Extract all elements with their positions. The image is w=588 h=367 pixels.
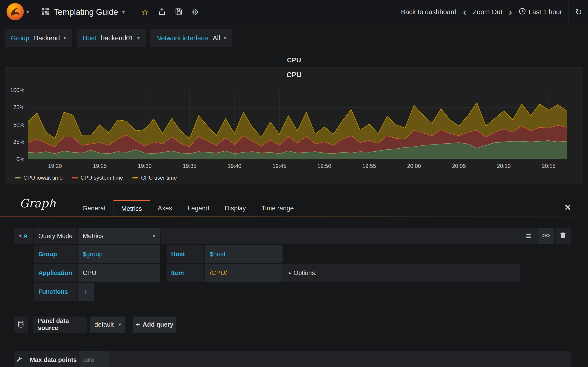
- editor-tabs: General Metrics Axes Legend Display Time…: [75, 200, 302, 217]
- share-icon[interactable]: [158, 8, 166, 17]
- tabbar-accent-line: [0, 217, 588, 217]
- item-field[interactable]: /CPU/: [205, 264, 283, 282]
- close-editor-icon[interactable]: ×: [565, 202, 571, 212]
- variable-host-dropdown[interactable]: Host: backend01 ▾: [77, 29, 146, 47]
- panel-header-title[interactable]: CPU: [0, 56, 588, 64]
- datasource-row: Panel data source default ▾ + Add query: [14, 317, 176, 333]
- star-icon[interactable]: ☆: [141, 8, 149, 17]
- variable-value: All: [213, 34, 220, 42]
- add-function-button[interactable]: +: [78, 283, 94, 301]
- refresh-icon[interactable]: ↻: [575, 7, 582, 17]
- caret-down-icon: ▾: [137, 35, 140, 41]
- nav-divider: [569, 0, 569, 24]
- options-toggle[interactable]: ▸ Options:: [283, 264, 519, 282]
- logo-caret-icon: ▾: [26, 10, 29, 15]
- query-mode-dropdown[interactable]: Metrics ▾: [78, 228, 160, 244]
- query-delete-button[interactable]: [555, 228, 571, 244]
- plus-icon: +: [136, 321, 140, 328]
- query-editor: ▾ A Query Mode Metrics ▾ ≡: [14, 228, 571, 301]
- tab-metrics[interactable]: Metrics: [113, 200, 150, 217]
- variable-group-dropdown[interactable]: Group: Backend ▾: [5, 29, 72, 47]
- time-range-label: Last 1 hour: [529, 8, 562, 16]
- trash-icon: [560, 232, 566, 240]
- functions-label: Functions: [34, 283, 78, 301]
- query-row-filler: [161, 228, 519, 244]
- gear-icon[interactable]: ⚙: [191, 8, 199, 16]
- svg-text:100%: 100%: [10, 87, 24, 93]
- query-menu-button[interactable]: ≡: [520, 228, 537, 244]
- caret-down-icon: ▾: [64, 35, 66, 41]
- max-data-points-row: Max data points: [14, 351, 571, 367]
- datasource-icon-cell: [14, 317, 28, 333]
- query-application-item-row: Application CPU Item /CPU/ ▸ Options:: [34, 264, 571, 282]
- dashboard-grid-icon: [42, 8, 50, 17]
- tab-display[interactable]: Display: [217, 200, 254, 217]
- time-picker-button[interactable]: Last 1 hour: [519, 8, 562, 17]
- nav-actions: ☆ ⚙: [132, 8, 208, 17]
- svg-text:19:40: 19:40: [228, 163, 242, 169]
- svg-text:0%: 0%: [16, 156, 24, 162]
- legend-label: CPU user time: [141, 175, 177, 181]
- options-caret-icon: ▸: [289, 270, 291, 276]
- svg-text:20:10: 20:10: [497, 163, 510, 169]
- host-label: Host: [166, 245, 204, 263]
- nav-right: Back to dashboard ‹ Zoom Out › Last 1 ho…: [401, 0, 588, 24]
- options-label: Options:: [294, 269, 317, 277]
- chevron-left-icon[interactable]: ‹: [463, 8, 466, 16]
- tab-legend[interactable]: Legend: [180, 200, 217, 217]
- svg-text:20:15: 20:15: [542, 163, 556, 169]
- svg-text:19:35: 19:35: [183, 163, 196, 169]
- query-functions-row: Functions +: [34, 283, 571, 301]
- legend-swatch: [15, 177, 21, 178]
- svg-text:19:45: 19:45: [272, 163, 286, 169]
- query-toggle-visibility-button[interactable]: [537, 228, 554, 244]
- query-mode-value: Metrics: [83, 232, 103, 240]
- max-data-points-input[interactable]: [78, 351, 109, 367]
- cpu-graph-plot[interactable]: 0%25%50%75%100%19:2019:2519:3019:3519:40…: [5, 81, 583, 175]
- application-label: Application: [34, 264, 78, 282]
- variable-label: Host:: [83, 34, 98, 42]
- eye-icon: [542, 233, 550, 239]
- zoom-out-button[interactable]: Zoom Out: [473, 8, 502, 16]
- grafana-logo-menu[interactable]: ▾: [0, 0, 35, 24]
- legend-item[interactable]: CPU iowait time: [15, 175, 63, 181]
- tab-general[interactable]: General: [75, 200, 113, 217]
- save-icon[interactable]: [175, 8, 182, 17]
- legend-item[interactable]: CPU system time: [72, 175, 123, 181]
- collapse-caret-icon: ▾: [19, 233, 21, 239]
- dashboard-title-menu[interactable]: Templating Guide ▾: [35, 0, 132, 24]
- group-label: Group: [34, 245, 78, 263]
- svg-text:19:30: 19:30: [138, 163, 152, 169]
- chevron-right-icon[interactable]: ›: [509, 8, 512, 16]
- variable-label: Group:: [11, 34, 31, 42]
- svg-text:20:05: 20:05: [452, 163, 466, 169]
- tab-axes[interactable]: Axes: [150, 200, 180, 217]
- svg-text:20:00: 20:00: [407, 163, 421, 169]
- tab-time-range[interactable]: Time range: [254, 200, 302, 217]
- legend-swatch: [72, 177, 78, 178]
- host-field[interactable]: $host: [205, 245, 283, 263]
- dashboard-title: Templating Guide: [54, 7, 118, 17]
- wrench-icon: [16, 356, 23, 364]
- group-field[interactable]: $group: [78, 245, 160, 263]
- back-to-dashboard-button[interactable]: Back to dashboard: [401, 8, 457, 16]
- svg-text:25%: 25%: [13, 139, 24, 145]
- add-query-button[interactable]: + Add query: [133, 317, 176, 333]
- datasource-dropdown[interactable]: default ▾: [90, 317, 125, 333]
- cpu-graph-panel: CPU 0%25%50%75%100%19:2019:2519:3019:351…: [5, 67, 583, 184]
- query-ref-id: A: [23, 233, 28, 240]
- variable-netif-dropdown[interactable]: Network interface: All ▾: [150, 29, 232, 47]
- svg-text:19:25: 19:25: [93, 163, 107, 169]
- caret-down-icon: ▾: [224, 35, 226, 41]
- panel-type-label: Graph: [19, 197, 56, 210]
- query-header-row: ▾ A Query Mode Metrics ▾ ≡: [14, 228, 571, 244]
- svg-text:19:50: 19:50: [317, 163, 331, 169]
- caret-down-icon: ▾: [153, 234, 155, 239]
- add-query-label: Add query: [143, 321, 173, 328]
- legend-item[interactable]: CPU user time: [132, 175, 177, 181]
- svg-text:19:55: 19:55: [362, 163, 376, 169]
- title-caret-icon: ▾: [122, 10, 125, 15]
- query-collapse-toggle[interactable]: ▾ A: [14, 228, 33, 244]
- query-mode-label: Query Mode: [34, 228, 78, 244]
- application-field[interactable]: CPU: [78, 264, 160, 282]
